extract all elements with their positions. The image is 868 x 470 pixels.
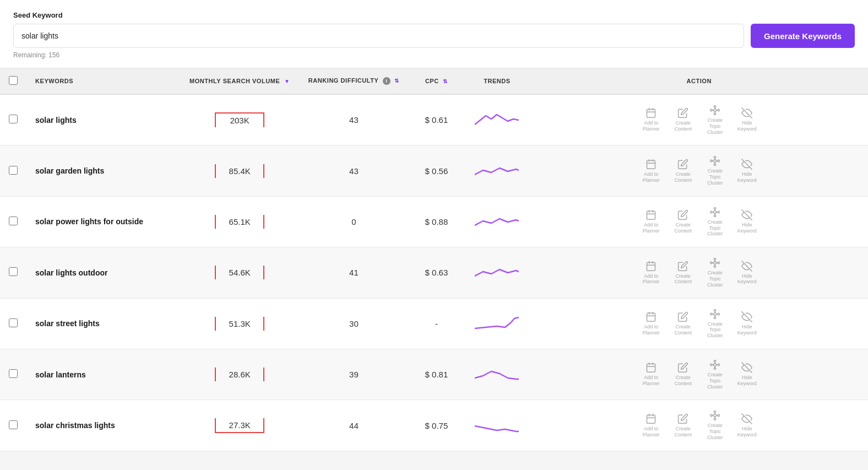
difficulty-info-icon[interactable]: i — [383, 77, 390, 85]
volume-cell: 51.3K — [181, 298, 299, 349]
table-row: solar garden lights85.4K43$ 0.56Add to P… — [0, 145, 868, 196]
create-content-icon-label: Create Content — [671, 222, 695, 234]
keyword-cell: solar lights outdoor — [26, 247, 181, 298]
difficulty-cell: 41 — [299, 247, 409, 298]
header-checkbox-cell — [0, 68, 26, 94]
row-checkbox[interactable] — [9, 420, 18, 429]
create-topic-cluster-icon[interactable]: Create Topic Cluster — [703, 359, 727, 390]
add-to-planner-icon[interactable]: Add to Planner — [639, 362, 663, 387]
hide-keyword-icon[interactable]: Hide Keyword — [735, 413, 759, 438]
volume-cell: 28.6K — [181, 349, 299, 399]
action-cell: Add to PlannerCreate ContentCreate Topic… — [530, 247, 868, 298]
svg-rect-0 — [647, 110, 655, 118]
create-content-icon[interactable]: Create Content — [671, 413, 695, 438]
row-checkbox[interactable] — [9, 267, 18, 276]
create-content-icon-label: Create Content — [671, 273, 695, 285]
create-content-icon[interactable]: Create Content — [671, 209, 695, 234]
add-to-planner-icon[interactable]: Add to Planner — [639, 413, 663, 438]
trend-sparkline — [475, 313, 519, 333]
trend-sparkline — [475, 415, 519, 435]
generate-keywords-button[interactable]: Generate Keywords — [751, 24, 855, 48]
trend-cell — [464, 145, 530, 196]
col-header-difficulty[interactable]: RANKING DIFFICULTY i ⇅ — [299, 68, 409, 94]
row-checkbox[interactable] — [9, 369, 18, 378]
create-topic-cluster-icon[interactable]: Create Topic Cluster — [703, 155, 727, 186]
difficulty-cell: 43 — [299, 145, 409, 196]
difficulty-cell: 39 — [299, 349, 409, 399]
top-section: Seed Keyword Generate Keywords Remaining… — [0, 0, 868, 68]
svg-rect-28 — [647, 212, 655, 220]
row-checkbox[interactable] — [9, 166, 18, 175]
trend-sparkline — [475, 160, 519, 180]
hide-keyword-icon-label: Hide Keyword — [735, 222, 759, 234]
table-container: KEYWORDS MONTHLY SEARCH VOLUME ▼ RANKING… — [0, 68, 868, 451]
add-to-planner-icon[interactable]: Add to Planner — [639, 107, 663, 132]
row-checkbox-cell — [0, 247, 26, 298]
row-checkbox-cell — [0, 298, 26, 349]
hide-keyword-icon[interactable]: Hide Keyword — [735, 362, 759, 387]
create-topic-cluster-icon[interactable]: Create Topic Cluster — [703, 410, 727, 440]
add-to-planner-icon[interactable]: Add to Planner — [639, 311, 663, 336]
difficulty-cell: 0 — [299, 196, 409, 247]
create-content-icon[interactable]: Create Content — [671, 159, 695, 183]
add-to-planner-icon[interactable]: Add to Planner — [639, 159, 663, 183]
cpc-cell: $ 0.63 — [409, 247, 464, 298]
trend-cell — [464, 400, 530, 451]
add-to-planner-icon-label: Add to Planner — [639, 222, 663, 234]
hide-keyword-icon-label: Hide Keyword — [735, 375, 759, 387]
table-header-row: KEYWORDS MONTHLY SEARCH VOLUME ▼ RANKING… — [0, 68, 868, 94]
action-cell: Add to PlannerCreate ContentCreate Topic… — [530, 298, 868, 349]
volume-sort-icon[interactable]: ▼ — [284, 78, 290, 84]
keyword-cell: solar garden lights — [26, 145, 181, 196]
add-to-planner-icon[interactable]: Add to Planner — [639, 209, 663, 234]
add-to-planner-icon[interactable]: Add to Planner — [639, 261, 663, 285]
hide-keyword-icon[interactable]: Hide Keyword — [735, 209, 759, 234]
create-content-icon-label: Create Content — [671, 324, 695, 336]
table-row: solar lanterns28.6K39$ 0.81Add to Planne… — [0, 349, 868, 399]
hide-keyword-icon[interactable]: Hide Keyword — [735, 107, 759, 132]
add-to-planner-icon-label: Add to Planner — [639, 273, 663, 285]
remaining-text: Remaining: 156 — [13, 51, 855, 59]
create-content-icon[interactable]: Create Content — [671, 107, 695, 132]
volume-cell: 203K — [181, 94, 299, 145]
cpc-cell: $ 0.81 — [409, 349, 464, 399]
keyword-cell: solar christmas lights — [26, 400, 181, 451]
row-checkbox[interactable] — [9, 318, 18, 327]
create-topic-cluster-icon[interactable]: Create Topic Cluster — [703, 105, 727, 135]
col-header-volume[interactable]: MONTHLY SEARCH VOLUME ▼ — [181, 68, 299, 94]
create-content-icon-label: Create Content — [671, 120, 695, 132]
keyword-input[interactable] — [13, 24, 744, 48]
select-all-checkbox[interactable] — [9, 76, 18, 85]
svg-rect-56 — [647, 313, 655, 321]
hide-keyword-icon[interactable]: Hide Keyword — [735, 159, 759, 183]
cpc-sort-icon[interactable]: ⇅ — [443, 78, 448, 84]
create-topic-cluster-icon-label: Create Topic Cluster — [703, 423, 727, 440]
difficulty-sort-icon[interactable]: ⇅ — [394, 78, 399, 84]
action-cell: Add to PlannerCreate ContentCreate Topic… — [530, 196, 868, 247]
create-topic-cluster-icon[interactable]: Create Topic Cluster — [703, 309, 727, 339]
cpc-cell: $ 0.88 — [409, 196, 464, 247]
create-topic-cluster-icon[interactable]: Create Topic Cluster — [703, 257, 727, 288]
cpc-cell: $ 0.61 — [409, 94, 464, 145]
create-content-icon[interactable]: Create Content — [671, 261, 695, 285]
create-topic-cluster-icon-label: Create Topic Cluster — [703, 117, 727, 135]
difficulty-cell: 44 — [299, 400, 409, 451]
col-header-cpc[interactable]: CPC ⇅ — [409, 68, 464, 94]
row-checkbox[interactable] — [9, 217, 18, 225]
hide-keyword-icon[interactable]: Hide Keyword — [735, 311, 759, 336]
create-topic-cluster-icon-label: Create Topic Cluster — [703, 219, 727, 237]
svg-rect-42 — [647, 262, 655, 271]
hide-keyword-icon[interactable]: Hide Keyword — [735, 261, 759, 285]
table-row: solar street lights51.3K30-Add to Planne… — [0, 298, 868, 349]
create-content-icon[interactable]: Create Content — [671, 311, 695, 336]
row-checkbox-cell — [0, 94, 26, 145]
keyword-cell: solar lights — [26, 94, 181, 145]
svg-rect-70 — [647, 364, 655, 372]
create-topic-cluster-icon[interactable]: Create Topic Cluster — [703, 207, 727, 237]
create-content-icon[interactable]: Create Content — [671, 362, 695, 387]
row-checkbox[interactable] — [9, 115, 18, 123]
svg-rect-84 — [647, 415, 655, 423]
row-checkbox-cell — [0, 349, 26, 399]
add-to-planner-icon-label: Add to Planner — [639, 375, 663, 387]
difficulty-cell: 30 — [299, 298, 409, 349]
